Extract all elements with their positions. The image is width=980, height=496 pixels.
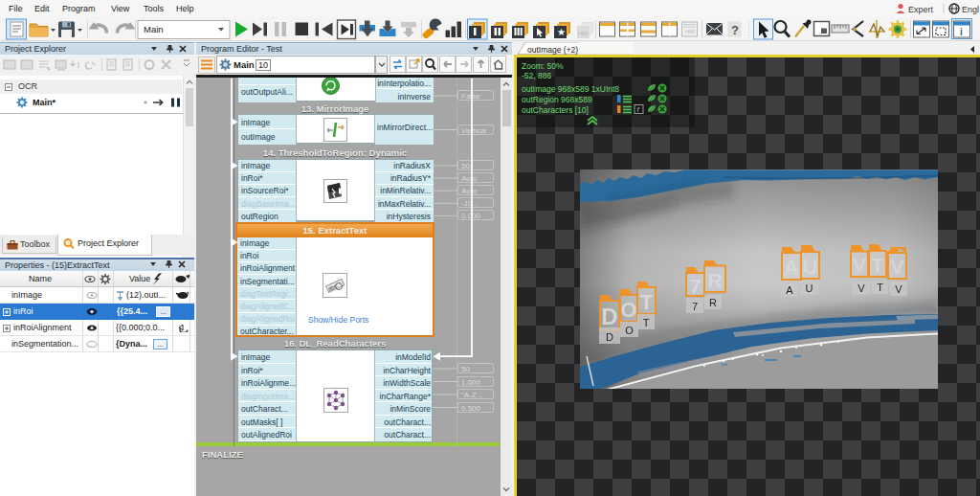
svg-text:T: T xyxy=(643,317,650,328)
svg-text:D: D xyxy=(606,331,613,343)
svg-text:Main: Main xyxy=(144,24,164,34)
svg-text:A: A xyxy=(786,284,793,296)
svg-text:Expert: Expert xyxy=(908,5,934,14)
svg-text:T: T xyxy=(877,282,883,293)
svg-text:V: V xyxy=(858,282,865,294)
svg-text:HMI: HMI xyxy=(578,31,589,36)
svg-text:f: f xyxy=(637,105,640,114)
svg-text:Engl: Engl xyxy=(962,5,979,14)
svg-text:O: O xyxy=(625,325,634,336)
svg-text:R: R xyxy=(709,297,717,308)
svg-text:U: U xyxy=(806,282,813,294)
svg-text:V: V xyxy=(853,254,866,276)
svg-text:U: U xyxy=(803,255,818,279)
svg-text:7: 7 xyxy=(692,301,698,312)
svg-text:T: T xyxy=(872,254,884,276)
svg-text:R: R xyxy=(707,269,722,291)
svg-text:A: A xyxy=(784,256,799,280)
svg-text:T: T xyxy=(640,290,654,314)
svg-text:★: ★ xyxy=(557,27,566,37)
svg-text:?: ? xyxy=(731,23,739,37)
svg-text:HMI: HMI xyxy=(685,29,696,34)
svg-text:V: V xyxy=(895,283,902,295)
svg-text:i: i xyxy=(960,27,963,37)
svg-text:D: D xyxy=(601,304,617,329)
svg-text:O: O xyxy=(620,298,636,322)
svg-text:7: 7 xyxy=(690,275,702,297)
svg-text:V: V xyxy=(890,256,903,278)
